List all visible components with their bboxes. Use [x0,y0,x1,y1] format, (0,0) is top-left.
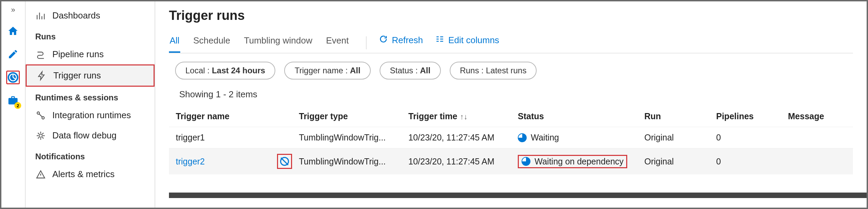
col-pipelines[interactable]: Pipelines [716,111,788,121]
nav-notifications-header: Notifications [26,146,155,164]
icon-rail: » 2 [1,1,26,208]
col-message[interactable]: Message [788,111,846,121]
cell-trigger-type: TumblingWindowTrig... [299,133,408,143]
nav-alerts-metrics-label: Alerts & metrics [52,169,115,180]
tab-schedule[interactable]: Schedule [193,33,231,53]
rail-home-icon[interactable] [6,24,20,38]
sort-icon: ↑↓ [460,112,468,121]
nav-pipeline-runs[interactable]: Pipeline runs [26,44,155,64]
results-grid: Trigger name Trigger type Trigger time↑↓… [169,106,853,174]
nav-integration-runtimes-label: Integration runtimes [52,110,131,121]
alerts-icon [35,170,46,179]
cell-pipelines: 0 [716,157,788,167]
toolbar-separator [366,36,367,49]
filter-bar: Local : Last 24 hours Trigger name : All… [169,62,853,79]
rail-monitor-icon[interactable] [6,71,20,84]
data-flow-debug-icon [35,131,46,140]
nav-dashboards-label: Dashboards [52,10,100,21]
rail-toolbox-icon[interactable]: 2 [6,94,20,108]
col-run[interactable]: Run [644,111,716,121]
tab-all[interactable]: All [169,33,180,53]
tab-event[interactable]: Event [325,33,350,53]
cell-trigger-name[interactable]: trigger2 [176,157,205,167]
pipeline-runs-icon [35,50,46,59]
refresh-button[interactable]: Refresh [379,35,423,51]
rail-pencil-icon[interactable] [6,47,20,61]
nav-trigger-runs[interactable]: Trigger runs [26,64,155,87]
showing-count: Showing 1 - 2 items [169,89,853,100]
table-row[interactable]: trigger1 TumblingWindowTrig... 10/23/20,… [169,127,853,148]
horizontal-scrollbar[interactable] [169,193,867,198]
nav-runs-header: Runs [26,26,155,44]
cell-run: Original [644,133,716,143]
cell-status: Waiting [518,133,644,143]
cancel-run-button[interactable] [277,154,292,169]
toolbar: All Schedule Tumbling window Event Refre… [169,33,853,53]
cell-trigger-time: 10/23/20, 11:27:45 AM [408,157,518,167]
nav-runtimes-header: Runtimes & sessions [26,87,155,105]
refresh-label: Refresh [392,35,423,46]
refresh-icon [379,35,388,46]
page-title: Trigger runs [169,8,853,23]
filter-trigger-name[interactable]: Trigger name : All [284,62,371,79]
nav-integration-runtimes[interactable]: Integration runtimes [26,105,155,125]
edit-columns-button[interactable]: Edit columns [435,35,499,51]
nav-trigger-runs-label: Trigger runs [53,70,101,81]
table-row[interactable]: trigger2 TumblingWindowTrig... 10/23/20,… [169,148,853,174]
cell-pipelines: 0 [716,133,788,143]
nav-pipeline-runs-label: Pipeline runs [52,49,104,60]
collapse-rail-icon[interactable]: » [11,5,15,14]
cell-trigger-time: 10/23/20, 11:27:45 AM [408,133,518,143]
col-trigger-type[interactable]: Trigger type [299,111,408,121]
integration-runtimes-icon [35,111,46,120]
waiting-icon [522,157,530,166]
col-status[interactable]: Status [518,111,644,121]
col-trigger-name[interactable]: Trigger name [176,111,299,121]
cell-trigger-name: trigger1 [176,133,205,143]
edit-columns-label: Edit columns [448,35,499,46]
col-trigger-time[interactable]: Trigger time↑↓ [408,111,518,121]
cell-status: Waiting on dependency [518,155,644,168]
filter-runs[interactable]: Runs : Latest runs [450,62,537,79]
nav-data-flow-debug-label: Data flow debug [52,130,117,141]
nav-alerts-metrics[interactable]: Alerts & metrics [26,164,155,184]
nav-data-flow-debug[interactable]: Data flow debug [26,125,155,146]
trigger-runs-icon [36,71,47,81]
dashboards-icon [35,11,46,21]
cell-trigger-type: TumblingWindowTrig... [299,157,408,167]
main-content: Trigger runs All Schedule Tumbling windo… [155,1,867,208]
tab-tumbling-window[interactable]: Tumbling window [243,33,313,53]
edit-columns-icon [435,35,444,46]
tabs: All Schedule Tumbling window Event [169,33,350,53]
cell-run: Original [644,157,716,167]
cancel-icon [280,157,289,166]
grid-header: Trigger name Trigger type Trigger time↑↓… [169,106,853,127]
filter-local[interactable]: Local : Last 24 hours [175,62,275,79]
svg-point-4 [39,134,42,137]
filter-status[interactable]: Status : All [380,62,441,79]
side-nav: Dashboards Runs Pipeline runs Trigger ru… [26,1,155,208]
nav-dashboards[interactable]: Dashboards [26,5,155,26]
rail-badge: 2 [14,102,21,109]
waiting-icon [518,133,527,142]
